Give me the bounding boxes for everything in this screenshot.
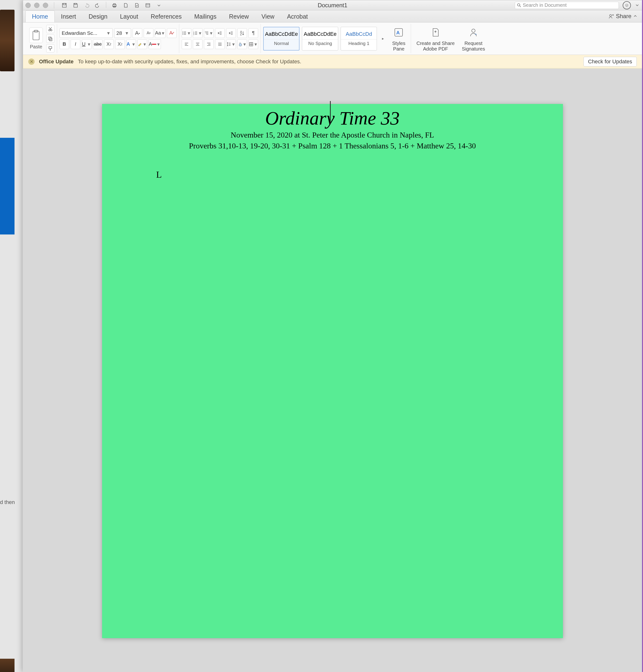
svg-point-8 — [518, 4, 520, 6]
highlight-button[interactable]: ▾ — [137, 39, 147, 49]
save-icon[interactable] — [71, 2, 80, 9]
subscript-button[interactable]: X2 — [104, 39, 114, 49]
underline-button[interactable]: U▾ — [82, 39, 92, 49]
titlebar: Document1 Search in Document ☺ — [23, 0, 642, 10]
chevron-down-icon[interactable]: ▾ — [106, 30, 111, 36]
borders-button[interactable]: ▾ — [248, 39, 258, 49]
background-desktop: d then — [0, 0, 23, 672]
format-painter-icon[interactable] — [46, 44, 54, 52]
align-left-button[interactable] — [182, 39, 191, 49]
svg-point-22 — [183, 32, 183, 32]
chevron-down-icon[interactable]: ▾ — [124, 30, 129, 36]
sort-button[interactable]: AZ — [237, 28, 247, 38]
check-updates-button[interactable]: Check for Updates — [583, 57, 637, 66]
styles-pane-label: Styles Pane — [392, 41, 405, 52]
text-cursor — [330, 101, 331, 124]
qat-separator — [54, 2, 54, 9]
shading-button[interactable]: ▾ — [237, 39, 247, 49]
tab-home[interactable]: Home — [25, 10, 55, 22]
svg-rect-1 — [63, 3, 65, 5]
numbering-button[interactable]: 123▾ — [193, 28, 203, 38]
template-icon[interactable] — [144, 2, 152, 9]
svg-rect-4 — [113, 4, 116, 4]
font-color-button[interactable]: A▾ — [148, 39, 161, 49]
svg-point-10 — [610, 14, 611, 16]
style-preview: AaBbCcDdEe — [304, 31, 337, 37]
tab-view[interactable]: View — [255, 11, 281, 22]
minimize-dot[interactable] — [34, 3, 39, 8]
copy-icon[interactable] — [46, 35, 54, 43]
close-dot[interactable] — [25, 3, 31, 8]
svg-text:A: A — [396, 30, 400, 35]
quick-access-toolbar — [60, 2, 163, 9]
svg-line-9 — [520, 6, 521, 7]
font-size-input[interactable]: 28▾ — [114, 28, 131, 38]
autosave-icon[interactable] — [60, 2, 69, 9]
tab-insert[interactable]: Insert — [55, 11, 83, 22]
superscript-button[interactable]: X2 — [115, 39, 125, 49]
request-sig-label: Request Signatures — [462, 41, 485, 52]
share-icon — [609, 14, 614, 19]
open-doc-icon[interactable] — [132, 2, 141, 9]
search-input[interactable]: Search in Document — [515, 2, 619, 9]
bullets-button[interactable]: ▾ — [182, 28, 191, 38]
create-share-pdf-button[interactable]: Create and Share Adobe PDF — [413, 25, 458, 52]
svg-rect-13 — [33, 31, 39, 40]
notice-title: Office Update — [39, 59, 74, 65]
decrease-indent-button[interactable] — [215, 28, 225, 38]
qat-more-icon[interactable] — [155, 2, 163, 9]
new-doc-icon[interactable] — [121, 2, 130, 9]
strikethrough-button[interactable]: abc — [93, 39, 102, 49]
styles-pane-button[interactable]: A Styles Pane — [389, 25, 408, 52]
shrink-font-button[interactable]: A▾ — [144, 28, 153, 38]
align-center-button[interactable] — [193, 39, 203, 49]
italic-button[interactable]: I — [71, 39, 80, 49]
styles-more-icon[interactable]: ▸ — [379, 36, 387, 41]
tab-review[interactable]: Review — [223, 11, 255, 22]
paste-button[interactable]: Paste — [27, 27, 45, 51]
multilevel-list-button[interactable]: ▾ — [204, 28, 214, 38]
tab-layout[interactable]: Layout — [114, 11, 144, 22]
style-no-spacing[interactable]: AaBbCcDdEe No Spacing — [302, 27, 338, 51]
doc-body-text: L — [156, 169, 509, 180]
ribbon-tabs: Home Insert Design Layout References Mai… — [23, 10, 642, 23]
ribbon: Paste Edwardian Sc...▾ 28▾ A▴ A▾ — [23, 23, 642, 55]
group-font: Edwardian Sc...▾ 28▾ A▴ A▾ Aa▾ A B I U▾ … — [57, 24, 179, 53]
font-name-value: Edwardian Sc... — [62, 30, 97, 36]
undo-icon[interactable] — [82, 2, 91, 9]
font-name-input[interactable]: Edwardian Sc...▾ — [60, 28, 113, 38]
style-name: Heading 1 — [341, 39, 377, 46]
share-button[interactable]: Share — [609, 13, 637, 20]
justify-button[interactable] — [215, 39, 225, 49]
text-effects-button[interactable]: A▾ — [126, 39, 136, 49]
svg-point-26 — [183, 34, 183, 35]
cut-icon[interactable] — [46, 25, 54, 33]
change-case-button[interactable]: Aa▾ — [155, 28, 166, 38]
tab-acrobat[interactable]: Acrobat — [281, 11, 314, 22]
show-marks-button[interactable]: ¶ — [248, 28, 258, 38]
collapse-ribbon-icon[interactable] — [633, 14, 637, 18]
svg-rect-6 — [146, 4, 150, 7]
document-canvas[interactable]: Ordinary Time 33 November 15, 2020 at St… — [23, 69, 642, 672]
tab-references[interactable]: References — [144, 11, 188, 22]
redo-icon[interactable] — [93, 2, 102, 9]
tab-design[interactable]: Design — [82, 11, 114, 22]
align-right-button[interactable] — [204, 39, 214, 49]
zoom-dot[interactable] — [43, 3, 48, 8]
increase-indent-button[interactable] — [226, 28, 236, 38]
bold-button[interactable]: B — [60, 39, 69, 49]
tab-mailings[interactable]: Mailings — [188, 11, 223, 22]
close-notice-icon[interactable]: ✕ — [28, 59, 35, 65]
feedback-icon[interactable]: ☺ — [623, 1, 631, 10]
line-spacing-button[interactable]: ▾ — [226, 39, 236, 49]
feedback-dropdown-icon[interactable] — [635, 2, 640, 9]
style-heading-1[interactable]: AaBbCcDd Heading 1 — [341, 27, 377, 51]
document-page[interactable]: Ordinary Time 33 November 15, 2020 at St… — [102, 104, 563, 638]
styles-pane-icon: A — [392, 26, 405, 39]
style-normal[interactable]: AaBbCcDdEe Normal — [263, 27, 300, 51]
clear-format-button[interactable]: A — [167, 28, 177, 38]
grow-font-button[interactable]: A▴ — [133, 28, 142, 38]
print-icon[interactable] — [110, 2, 119, 9]
request-signatures-button[interactable]: Request Signatures — [459, 25, 488, 52]
style-preview: AaBbCcDdEe — [265, 31, 298, 37]
